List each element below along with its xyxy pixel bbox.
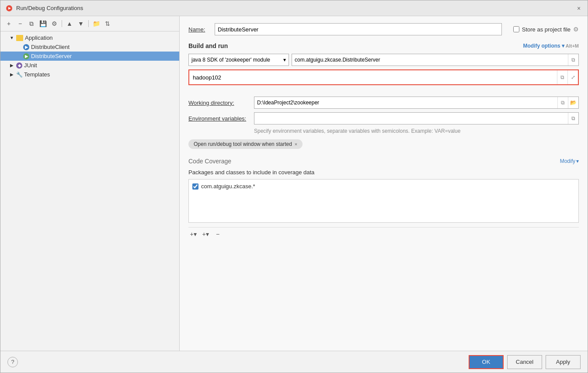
add-config-button[interactable]: + xyxy=(4,19,14,28)
tree-application[interactable]: ▼ Application xyxy=(0,33,179,42)
code-coverage-title-wrapper: Code Coverage xyxy=(188,158,239,165)
help-button[interactable]: ? xyxy=(7,357,18,367)
java-icon-client: ▶ xyxy=(23,44,29,50)
sdk-dropdown-icon: ▾ xyxy=(283,57,286,63)
modify-coverage-button[interactable]: Modify ▾ xyxy=(560,158,579,164)
title-bar: Run/Debug Configurations × xyxy=(0,0,588,16)
chip-label: Open run/debug tool window when started xyxy=(194,141,292,147)
copy-workdir-button[interactable]: ⧉ xyxy=(557,97,568,108)
modify-options-button[interactable]: Modify options ▾ Alt+M xyxy=(523,43,579,49)
folder-button[interactable]: 📁 xyxy=(91,19,101,28)
sort-button[interactable]: ⇅ xyxy=(103,19,112,28)
sdk-select[interactable]: java 8 SDK of 'zookeeper' module ▾ xyxy=(188,54,289,66)
apply-button[interactable]: Apply xyxy=(546,355,581,369)
junit-icon: ◆ xyxy=(16,62,22,69)
dialog-title: Run/Debug Configurations xyxy=(16,5,83,11)
env-vars-row: Environment variables: ⧉ xyxy=(188,112,579,124)
remove-config-button[interactable]: − xyxy=(15,19,25,28)
open-tool-window-chip: Open run/debug tool window when started … xyxy=(188,139,303,149)
coverage-item-checkbox[interactable] xyxy=(192,183,198,190)
run-icon xyxy=(6,5,13,12)
args-row: ⧉ ⤢ xyxy=(188,69,579,92)
env-hint: Specify environment variables, separate … xyxy=(254,128,579,134)
config-tree: ▼ Application ▶ DistributeClient ▶ Distr… xyxy=(0,31,179,351)
env-vars-wrapper: ⧉ xyxy=(254,112,579,124)
env-vars-input[interactable] xyxy=(254,114,568,122)
dialog-buttons: OK Cancel Apply xyxy=(469,355,581,369)
expand-arrow-templates: ▶ xyxy=(9,72,14,77)
tree-templates-label: Templates xyxy=(24,71,50,78)
code-coverage-title: Code Coverage xyxy=(188,158,231,165)
program-args-wrapper: ⧉ ⤢ xyxy=(188,69,579,85)
tree-client-label: DistributeClient xyxy=(31,44,70,50)
close-button[interactable]: × xyxy=(575,5,582,12)
right-panel: Name: Store as project file ⚙ Build and … xyxy=(180,16,588,351)
sdk-label: java 8 SDK of 'zookeeper' module xyxy=(191,57,270,63)
move-down-button[interactable]: ▼ xyxy=(76,19,86,28)
coverage-box: com.atguigu.zkcase.* xyxy=(188,179,579,223)
modify-options-shortcut: Alt+M xyxy=(566,43,579,48)
working-dir-input[interactable] xyxy=(254,99,557,107)
build-run-section: Build and run Modify options ▾ Alt+M xyxy=(188,42,579,49)
bottom-bar: ? OK Cancel Apply xyxy=(0,351,588,373)
add-class-button[interactable]: +▾ xyxy=(201,229,210,239)
left-toolbar: + − ⧉ 💾 ⚙ ▲ ▼ 📁 ⇅ xyxy=(0,16,179,31)
move-up-button[interactable]: ▲ xyxy=(65,19,74,28)
tree-junit-label: JUnit xyxy=(24,62,37,69)
browse-workdir-button[interactable]: 📂 xyxy=(568,97,578,108)
coverage-description: Packages and classes to include in cover… xyxy=(188,169,579,176)
tree-junit[interactable]: ▶ ◆ JUnit xyxy=(0,61,179,70)
working-dir-label: Working directory: xyxy=(188,100,250,106)
working-dir-wrapper: ⧉ 📂 xyxy=(254,97,579,109)
left-panel: + − ⧉ 💾 ⚙ ▲ ▼ 📁 ⇅ ▼ Application xyxy=(0,16,180,351)
settings-config-button[interactable]: ⚙ xyxy=(49,19,59,28)
tree-server-label: DistributeServer xyxy=(31,53,72,59)
name-row: Name: Store as project file ⚙ xyxy=(188,23,579,35)
add-package-button[interactable]: +▾ xyxy=(188,229,198,239)
folder-icon-application xyxy=(16,35,23,41)
name-label: Name: xyxy=(188,26,210,33)
store-project-label: Store as project file xyxy=(522,26,571,33)
copy-config-button[interactable]: ⧉ xyxy=(27,19,36,28)
toolbar-divider-1 xyxy=(62,20,62,27)
ok-button[interactable]: OK xyxy=(469,355,504,369)
env-vars-label: Environment variables: xyxy=(188,115,250,122)
title-bar-left: Run/Debug Configurations xyxy=(6,5,83,12)
working-dir-row: Working directory: ⧉ 📂 xyxy=(188,97,579,109)
java-icon-server: ▶ xyxy=(23,53,29,59)
wrench-icon-templates: 🔧 xyxy=(16,72,22,78)
class-input-wrapper: ⧉ xyxy=(292,54,579,66)
code-coverage-header: Code Coverage Modify ▾ xyxy=(188,158,579,165)
copy-class-button[interactable]: ⧉ xyxy=(568,54,578,66)
content-area: + − ⧉ 💾 ⚙ ▲ ▼ 📁 ⇅ ▼ Application xyxy=(0,16,588,351)
cancel-button[interactable]: Cancel xyxy=(507,355,542,369)
class-input[interactable] xyxy=(292,56,568,64)
coverage-item-text: com.atguigu.zkcase.* xyxy=(201,183,255,190)
sdk-class-row: java 8 SDK of 'zookeeper' module ▾ ⧉ xyxy=(188,54,579,66)
run-debug-dialog: Run/Debug Configurations × + − ⧉ 💾 ⚙ ▲ ▼… xyxy=(0,0,588,373)
coverage-toolbar: +▾ +▾ − xyxy=(188,227,579,241)
copy-envvars-button[interactable]: ⧉ xyxy=(568,113,578,124)
store-project-area: Store as project file ⚙ xyxy=(513,26,579,33)
remove-coverage-button[interactable]: − xyxy=(213,229,223,239)
chip-row: Open run/debug tool window when started … xyxy=(188,139,579,149)
store-project-checkbox[interactable] xyxy=(513,26,519,32)
copy-args-button[interactable]: ⧉ xyxy=(557,70,567,84)
tree-distribute-client[interactable]: ▶ DistributeClient xyxy=(0,42,179,52)
name-input[interactable] xyxy=(215,23,502,35)
gear-icon[interactable]: ⚙ xyxy=(573,26,579,33)
coverage-item: com.atguigu.zkcase.* xyxy=(192,183,575,190)
expand-args-button[interactable]: ⤢ xyxy=(567,70,578,84)
tree-application-label: Application xyxy=(25,35,53,41)
save-config-button[interactable]: 💾 xyxy=(38,19,48,28)
tree-templates[interactable]: ▶ 🔧 Templates xyxy=(0,70,179,79)
expand-arrow-application: ▼ xyxy=(9,35,14,40)
expand-arrow-junit: ▶ xyxy=(9,63,14,68)
build-run-title: Build and run xyxy=(188,42,228,49)
toolbar-divider-2 xyxy=(88,20,89,27)
tree-distribute-server[interactable]: ▶ DistributeServer xyxy=(0,52,179,61)
chip-close-button[interactable]: × xyxy=(295,142,297,147)
program-args-input[interactable] xyxy=(189,73,557,82)
